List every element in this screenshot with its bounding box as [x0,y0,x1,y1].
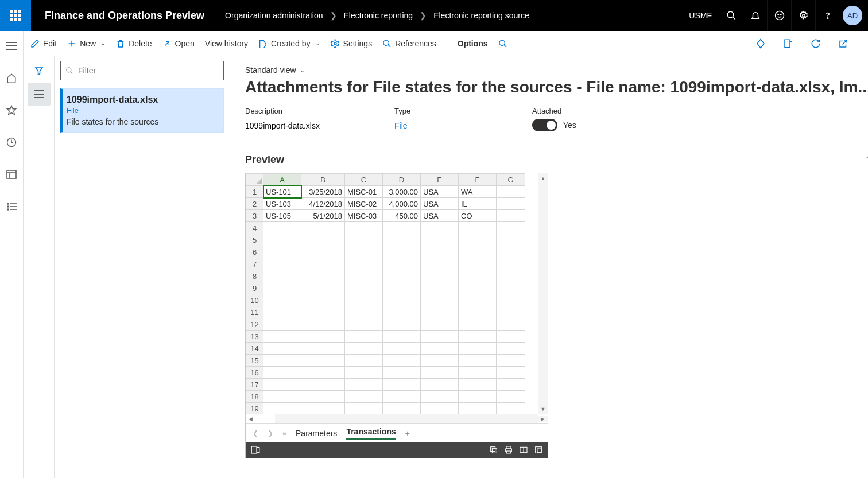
cell[interactable] [301,270,345,282]
home-icon[interactable] [0,68,23,88]
row-header[interactable]: 2 [246,198,264,210]
cell[interactable] [301,258,345,270]
row-header[interactable]: 4 [246,222,264,234]
cell[interactable] [421,234,459,246]
cell[interactable] [459,282,497,294]
avatar[interactable]: AD [843,6,862,25]
cell[interactable] [264,234,301,246]
spreadsheet-grid[interactable]: ABCDEFG1US-1013/25/2018MISC-013,000.00US… [246,173,525,414]
cell[interactable] [345,258,383,270]
options-button[interactable]: Options [458,39,488,48]
cell[interactable] [459,318,497,331]
cell[interactable] [421,318,459,331]
cell[interactable] [264,379,301,391]
row-header[interactable]: 8 [246,270,264,282]
sheet-corner[interactable] [246,174,264,186]
cell[interactable] [264,391,301,403]
row-header[interactable]: 13 [246,331,264,343]
cell[interactable] [497,210,525,222]
col-header[interactable]: C [345,174,383,186]
delete-button[interactable]: Delete [116,39,152,48]
cell[interactable]: USA [421,198,459,210]
cell[interactable] [264,306,301,318]
cell[interactable] [497,270,525,282]
cell[interactable] [345,294,383,306]
clock-icon[interactable] [0,132,23,153]
breadcrumb-item[interactable]: Electronic reporting [344,11,413,20]
cell[interactable] [383,343,421,355]
sheet-next-icon[interactable]: ❯ [268,429,273,437]
cell[interactable] [497,391,525,403]
cell[interactable] [421,270,459,282]
cell[interactable] [383,234,421,246]
cell[interactable] [301,294,345,306]
print-icon[interactable] [504,445,513,454]
cell[interactable] [301,343,345,355]
cell[interactable] [345,270,383,282]
preview-header[interactable]: Preview ⌃ [245,146,868,173]
cell[interactable]: CO [459,210,497,222]
cell[interactable] [264,246,301,258]
cell[interactable] [497,246,525,258]
tab-parameters[interactable]: Parameters [296,429,337,438]
cell[interactable] [497,318,525,331]
cell[interactable]: 4,000.00 [383,198,421,210]
col-header[interactable]: A [264,174,301,186]
cell[interactable] [345,222,383,234]
references-button[interactable]: References [382,39,436,48]
cell[interactable]: MISC-01 [345,186,383,198]
cell[interactable] [345,391,383,403]
cell[interactable] [459,343,497,355]
filter-input-wrap[interactable] [60,61,224,80]
office-icon[interactable] [780,38,797,49]
star-icon[interactable] [0,100,23,121]
cell[interactable] [497,331,525,343]
cell[interactable] [459,355,497,367]
cell[interactable] [383,270,421,282]
app-launcher-icon[interactable] [0,0,31,31]
cell[interactable] [383,318,421,331]
reading-view-icon[interactable] [519,445,528,454]
scroll-down-icon[interactable]: ▼ [538,404,548,414]
cell[interactable] [301,306,345,318]
row-header[interactable]: 14 [246,343,264,355]
search-icon[interactable] [719,0,743,31]
row-header[interactable]: 6 [246,246,264,258]
cell[interactable] [459,379,497,391]
cell[interactable] [497,234,525,246]
cell[interactable] [301,403,345,414]
cell[interactable] [264,282,301,294]
created-by-button[interactable]: Created by⌄ [258,39,320,48]
cell[interactable] [383,331,421,343]
view-history-button[interactable]: View history [205,39,248,48]
cell[interactable] [264,403,301,414]
cell[interactable]: US-105 [264,210,301,222]
vertical-scrollbar[interactable]: ▲ ▼ [538,173,548,414]
cell[interactable] [383,306,421,318]
breadcrumb-item[interactable]: Organization administration [225,11,323,20]
cell[interactable] [421,258,459,270]
cell[interactable] [421,379,459,391]
attached-toggle[interactable] [532,119,557,131]
fullscreen-icon[interactable] [534,445,543,454]
view-selector[interactable]: Standard view⌄ [245,65,868,75]
new-button[interactable]: New⌄ [67,39,106,48]
excel-icon[interactable] [250,445,261,455]
cell[interactable]: US-103 [264,198,301,210]
filter-input[interactable] [78,66,219,75]
cell[interactable] [345,306,383,318]
cell[interactable] [497,367,525,379]
cell[interactable] [421,294,459,306]
cell[interactable] [383,282,421,294]
cell[interactable] [421,367,459,379]
cell[interactable] [459,391,497,403]
col-header[interactable]: D [383,174,421,186]
cell[interactable] [264,258,301,270]
cell[interactable] [421,331,459,343]
attach-icon[interactable] [752,38,769,49]
row-header[interactable]: 15 [246,355,264,367]
row-header[interactable]: 1 [246,186,264,198]
cell[interactable] [301,282,345,294]
cell[interactable] [497,294,525,306]
sheet-all-icon[interactable]: ≡ [282,429,286,437]
